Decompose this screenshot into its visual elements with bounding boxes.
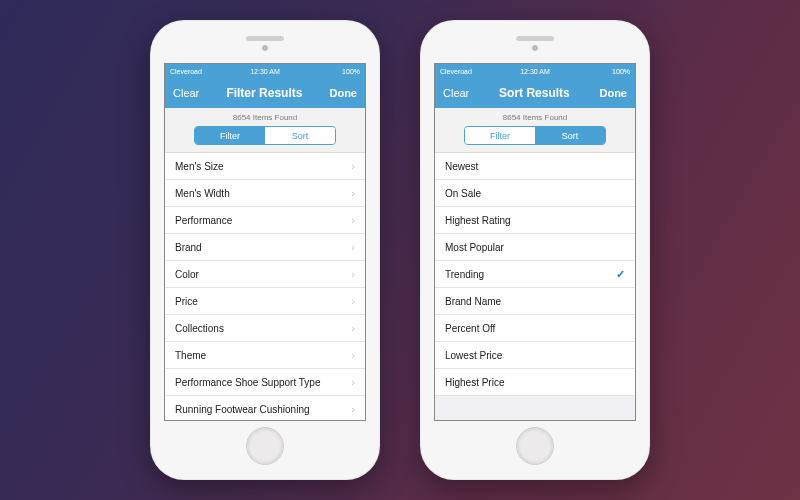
filter-row[interactable]: Theme› — [165, 342, 365, 369]
segment-filter[interactable]: Filter — [195, 127, 265, 144]
clear-button[interactable]: Clear — [173, 87, 199, 99]
filter-row[interactable]: Men's Width› — [165, 180, 365, 207]
chevron-right-icon: › — [351, 268, 355, 280]
row-label: Men's Size — [175, 161, 224, 172]
page-title: Filter Results — [226, 86, 302, 100]
filter-row[interactable]: Brand› — [165, 234, 365, 261]
sort-row[interactable]: Lowest Price — [435, 342, 635, 369]
chevron-right-icon: › — [351, 403, 355, 415]
row-label: Men's Width — [175, 188, 230, 199]
sort-row[interactable]: Highest Rating — [435, 207, 635, 234]
row-label: Lowest Price — [445, 350, 502, 361]
filter-row[interactable]: Men's Size› — [165, 153, 365, 180]
carrier-label: Cleveroad — [170, 68, 202, 75]
sort-row[interactable]: On Sale — [435, 180, 635, 207]
row-label: Color — [175, 269, 199, 280]
results-count: 8654 Items Found — [233, 113, 297, 122]
phone-sort: Cleveroad 12:30 AM 100% Clear Sort Resul… — [420, 20, 650, 480]
row-label: Brand — [175, 242, 202, 253]
chevron-right-icon: › — [351, 322, 355, 334]
row-label: Percent Off — [445, 323, 495, 334]
filter-list[interactable]: Men's Size›Men's Width›Performance›Brand… — [165, 153, 365, 420]
row-label: Newest — [445, 161, 478, 172]
segmented-control[interactable]: Filter Sort — [194, 126, 336, 145]
screen-sort: Cleveroad 12:30 AM 100% Clear Sort Resul… — [434, 63, 636, 421]
front-camera — [262, 45, 268, 51]
chevron-right-icon: › — [351, 376, 355, 388]
sort-row[interactable]: Highest Price — [435, 369, 635, 396]
carrier-label: Cleveroad — [440, 68, 472, 75]
row-label: Highest Price — [445, 377, 504, 388]
sub-header: 8654 Items Found Filter Sort — [435, 108, 635, 153]
chevron-right-icon: › — [351, 295, 355, 307]
home-button[interactable] — [516, 427, 554, 465]
chevron-right-icon: › — [351, 241, 355, 253]
chevron-right-icon: › — [351, 160, 355, 172]
page-title: Sort Results — [499, 86, 570, 100]
segment-sort[interactable]: Sort — [535, 127, 605, 144]
filter-row[interactable]: Color› — [165, 261, 365, 288]
sort-row[interactable]: Newest — [435, 153, 635, 180]
row-label: Most Popular — [445, 242, 504, 253]
segmented-control[interactable]: Filter Sort — [464, 126, 606, 145]
battery-label: 100% — [612, 68, 630, 75]
sort-row[interactable]: Brand Name — [435, 288, 635, 315]
row-label: On Sale — [445, 188, 481, 199]
row-label: Collections — [175, 323, 224, 334]
speaker-slot — [516, 36, 554, 41]
status-bar: Cleveroad 12:30 AM 100% — [435, 64, 635, 78]
sort-list[interactable]: NewestOn SaleHighest RatingMost PopularT… — [435, 153, 635, 420]
clock-label: 12:30 AM — [520, 68, 550, 75]
chevron-right-icon: › — [351, 349, 355, 361]
checkmark-icon: ✓ — [616, 268, 625, 281]
filter-row[interactable]: Running Footwear Cushioning› — [165, 396, 365, 420]
done-button[interactable]: Done — [329, 87, 357, 99]
results-count: 8654 Items Found — [503, 113, 567, 122]
sort-row[interactable]: Most Popular — [435, 234, 635, 261]
done-button[interactable]: Done — [599, 87, 627, 99]
row-label: Highest Rating — [445, 215, 511, 226]
clear-button[interactable]: Clear — [443, 87, 469, 99]
nav-bar: Clear Filter Results Done — [165, 78, 365, 108]
row-label: Trending — [445, 269, 484, 280]
phone-filter: Cleveroad 12:30 AM 100% Clear Filter Res… — [150, 20, 380, 480]
segment-sort[interactable]: Sort — [265, 127, 335, 144]
row-label: Running Footwear Cushioning — [175, 404, 310, 415]
sort-row[interactable]: Trending✓ — [435, 261, 635, 288]
filter-row[interactable]: Price› — [165, 288, 365, 315]
status-bar: Cleveroad 12:30 AM 100% — [165, 64, 365, 78]
filter-row[interactable]: Performance› — [165, 207, 365, 234]
filter-row[interactable]: Collections› — [165, 315, 365, 342]
battery-label: 100% — [342, 68, 360, 75]
speaker-slot — [246, 36, 284, 41]
filter-row[interactable]: Performance Shoe Support Type› — [165, 369, 365, 396]
clock-label: 12:30 AM — [250, 68, 280, 75]
row-label: Brand Name — [445, 296, 501, 307]
sub-header: 8654 Items Found Filter Sort — [165, 108, 365, 153]
screen-filter: Cleveroad 12:30 AM 100% Clear Filter Res… — [164, 63, 366, 421]
chevron-right-icon: › — [351, 214, 355, 226]
chevron-right-icon: › — [351, 187, 355, 199]
row-label: Theme — [175, 350, 206, 361]
row-label: Price — [175, 296, 198, 307]
nav-bar: Clear Sort Results Done — [435, 78, 635, 108]
segment-filter[interactable]: Filter — [465, 127, 535, 144]
sort-row[interactable]: Percent Off — [435, 315, 635, 342]
row-label: Performance — [175, 215, 232, 226]
row-label: Performance Shoe Support Type — [175, 377, 320, 388]
home-button[interactable] — [246, 427, 284, 465]
front-camera — [532, 45, 538, 51]
